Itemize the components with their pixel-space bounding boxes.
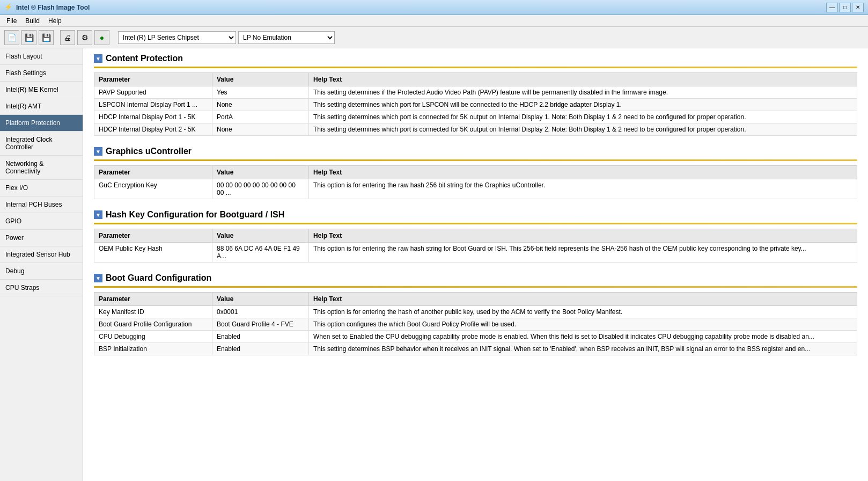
run-button[interactable]: ●: [94, 30, 109, 45]
cell-help: This setting determines BSP behavior whe…: [309, 343, 857, 355]
menu-item-file[interactable]: File: [2, 16, 21, 26]
section-divider-boot-guard-config: [94, 286, 857, 288]
col-header-value: Value: [212, 73, 309, 86]
cell-param: OEM Public Key Hash: [94, 243, 212, 263]
section-divider-hash-key-config: [94, 223, 857, 224]
title-bar: ⚡ Intel ® Flash Image Tool — □ ✕: [0, 0, 868, 15]
sidebar-item-integrated-clock-controller[interactable]: Integrated Clock Controller: [0, 132, 83, 156]
col-header-help-text: Help Text: [309, 229, 857, 243]
col-header-value: Value: [212, 229, 309, 243]
section-header-content-protection: ▼Content Protection: [94, 54, 857, 63]
main-layout: Flash LayoutFlash SettingsIntel(R) ME Ke…: [0, 48, 868, 481]
cell-value[interactable]: PortA: [212, 111, 309, 123]
table-row[interactable]: CPU DebuggingEnabledWhen set to Enabled …: [94, 331, 857, 343]
col-header-help-text: Help Text: [309, 166, 857, 179]
menu-item-help[interactable]: Help: [44, 16, 66, 26]
sidebar-item-flash-settings[interactable]: Flash Settings: [0, 65, 83, 82]
cell-value[interactable]: None: [212, 123, 309, 136]
cell-help: This option configures the which Boot Gu…: [309, 318, 857, 331]
section-divider-graphics-ucontroller: [94, 159, 857, 161]
open-button[interactable]: 💾: [21, 30, 36, 45]
cell-help: This option is for entering the hash of …: [309, 306, 857, 318]
maximize-button[interactable]: □: [839, 3, 851, 12]
cell-help: When set to Enabled the CPU debugging ca…: [309, 331, 857, 343]
table-row[interactable]: HDCP Internal Display Port 1 - 5KPortATh…: [94, 111, 857, 123]
mode-dropdown[interactable]: LP No Emulation: [238, 31, 335, 44]
section-title-graphics-ucontroller: Graphics uController: [106, 147, 192, 156]
sidebar-item-platform-protection[interactable]: Platform Protection: [0, 115, 83, 132]
col-header-value: Value: [212, 166, 309, 179]
section-title-content-protection: Content Protection: [106, 54, 183, 63]
cell-param: CPU Debugging: [94, 331, 212, 343]
sidebar-item-internal-pch-buses[interactable]: Internal PCH Buses: [0, 196, 83, 213]
cell-help: This setting determines which port is co…: [309, 111, 857, 123]
collapse-button-hash-key-config[interactable]: ▼: [94, 210, 102, 219]
section-boot-guard-config: ▼Boot Guard ConfigurationParameterValueH…: [94, 273, 857, 355]
sidebar: Flash LayoutFlash SettingsIntel(R) ME Ke…: [0, 48, 83, 481]
sidebar-item-flash-layout[interactable]: Flash Layout: [0, 48, 83, 65]
sidebar-item-integrated-sensor-hub[interactable]: Integrated Sensor Hub: [0, 246, 83, 263]
sidebar-item-power[interactable]: Power: [0, 230, 83, 246]
cell-value[interactable]: None: [212, 99, 309, 111]
cell-value[interactable]: 0x0001: [212, 306, 309, 318]
cell-param: HDCP Internal Display Port 1 - 5K: [94, 111, 212, 123]
cell-value[interactable]: Enabled: [212, 331, 309, 343]
cell-param: BSP Initialization: [94, 343, 212, 355]
cell-param: Key Manifest ID: [94, 306, 212, 318]
window-controls: — □ ✕: [826, 3, 864, 12]
chipset-dropdown[interactable]: Intel (R) LP Series Chipset: [118, 31, 236, 44]
collapse-button-graphics-ucontroller[interactable]: ▼: [94, 147, 102, 156]
sidebar-item-debug[interactable]: Debug: [0, 263, 83, 280]
col-header-help-text: Help Text: [309, 293, 857, 306]
col-header-help-text: Help Text: [309, 73, 857, 86]
table-row[interactable]: BSP InitializationEnabledThis setting de…: [94, 343, 857, 355]
menu-item-build[interactable]: Build: [21, 16, 44, 26]
cell-param: LSPCON Internal Display Port 1 ...: [94, 99, 212, 111]
table-row[interactable]: OEM Public Key Hash88 06 6A DC A6 4A 0E …: [94, 243, 857, 263]
sidebar-item-flex-i-o[interactable]: Flex I/O: [0, 180, 83, 196]
menu-bar: FileBuildHelp: [0, 15, 868, 27]
col-header-parameter: Parameter: [94, 166, 212, 179]
toolbar: 📄 💾 💾 🖨 ⚙ ● Intel (R) LP Series Chipset …: [0, 27, 868, 48]
table-row[interactable]: HDCP Internal Display Port 2 - 5KNoneThi…: [94, 123, 857, 136]
save-button[interactable]: 💾: [39, 30, 54, 45]
settings-button[interactable]: ⚙: [77, 30, 92, 45]
table-row[interactable]: GuC Encryption Key00 00 00 00 00 00 00 0…: [94, 179, 857, 199]
sidebar-item-intel-r-me-kernel[interactable]: Intel(R) ME Kernel: [0, 82, 83, 98]
section-header-boot-guard-config: ▼Boot Guard Configuration: [94, 273, 857, 283]
sidebar-item-intel-r-amt[interactable]: Intel(R) AMT: [0, 98, 83, 115]
cell-param: GuC Encryption Key: [94, 179, 212, 199]
col-header-parameter: Parameter: [94, 229, 212, 243]
sidebar-item-cpu-straps[interactable]: CPU Straps: [0, 280, 83, 296]
cell-param: HDCP Internal Display Port 2 - 5K: [94, 123, 212, 136]
close-button[interactable]: ✕: [852, 3, 864, 12]
cell-value[interactable]: Boot Guard Profile 4 - FVE: [212, 318, 309, 331]
cell-value[interactable]: Yes: [212, 86, 309, 99]
collapse-button-content-protection[interactable]: ▼: [94, 54, 102, 63]
cell-value[interactable]: Enabled: [212, 343, 309, 355]
table-row[interactable]: Boot Guard Profile ConfigurationBoot Gua…: [94, 318, 857, 331]
section-title-hash-key-config: Hash Key Configuration for Bootguard / I…: [106, 210, 284, 220]
cell-help: This setting determines which port for L…: [309, 99, 857, 111]
table-hash-key-config: ParameterValueHelp TextOEM Public Key Ha…: [94, 229, 857, 263]
cell-value[interactable]: 00 00 00 00 00 00 00 00 00 00 ...: [212, 179, 309, 199]
section-hash-key-config: ▼Hash Key Configuration for Bootguard / …: [94, 210, 857, 263]
minimize-button[interactable]: —: [826, 3, 838, 12]
new-button[interactable]: 📄: [4, 30, 19, 45]
cell-value[interactable]: 88 06 6A DC A6 4A 0E F1 49 A...: [212, 243, 309, 263]
table-row[interactable]: PAVP SupportedYesThis setting determines…: [94, 86, 857, 99]
cell-param: PAVP Supported: [94, 86, 212, 99]
sidebar-item-gpio[interactable]: GPIO: [0, 213, 83, 230]
cell-help: This option is for entering the raw hash…: [309, 179, 857, 199]
app-title: Intel ® Flash Image Tool: [16, 4, 826, 11]
sidebar-item-networking-connectivity[interactable]: Networking & Connectivity: [0, 156, 83, 180]
table-row[interactable]: LSPCON Internal Display Port 1 ...NoneTh…: [94, 99, 857, 111]
col-header-parameter: Parameter: [94, 293, 212, 306]
collapse-button-boot-guard-config[interactable]: ▼: [94, 274, 102, 282]
col-header-parameter: Parameter: [94, 73, 212, 86]
section-content-protection: ▼Content ProtectionParameterValueHelp Te…: [94, 54, 857, 136]
print-button[interactable]: 🖨: [60, 30, 75, 45]
col-header-value: Value: [212, 293, 309, 306]
cell-help: This setting determines if the Protected…: [309, 86, 857, 99]
table-row[interactable]: Key Manifest ID0x0001This option is for …: [94, 306, 857, 318]
